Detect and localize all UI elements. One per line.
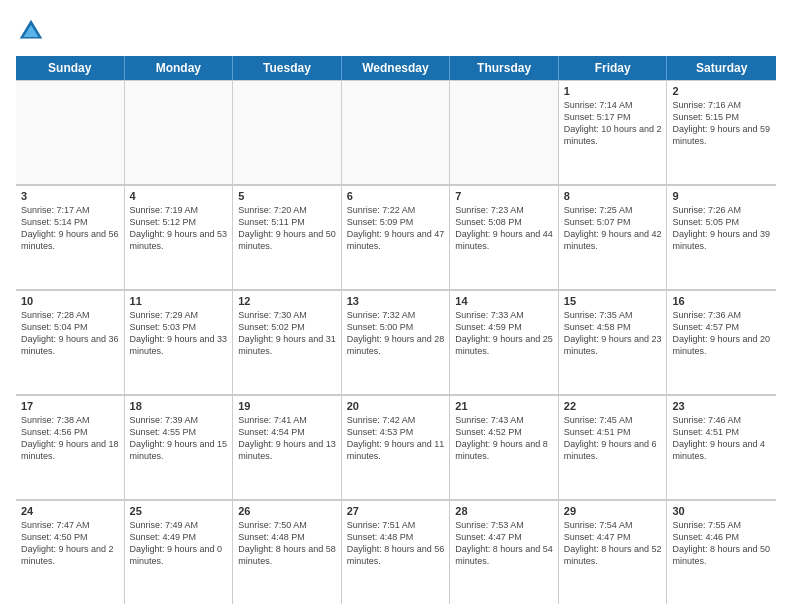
- day-info: Sunrise: 7:20 AM Sunset: 5:11 PM Dayligh…: [238, 204, 336, 253]
- day-info: Sunrise: 7:26 AM Sunset: 5:05 PM Dayligh…: [672, 204, 771, 253]
- day-info: Sunrise: 7:54 AM Sunset: 4:47 PM Dayligh…: [564, 519, 662, 568]
- day-cell-16: 16Sunrise: 7:36 AM Sunset: 4:57 PM Dayli…: [667, 291, 776, 394]
- header-day-friday: Friday: [559, 56, 668, 80]
- day-number: 3: [21, 190, 119, 202]
- day-cell-6: 6Sunrise: 7:22 AM Sunset: 5:09 PM Daylig…: [342, 186, 451, 289]
- day-info: Sunrise: 7:23 AM Sunset: 5:08 PM Dayligh…: [455, 204, 553, 253]
- day-cell-12: 12Sunrise: 7:30 AM Sunset: 5:02 PM Dayli…: [233, 291, 342, 394]
- day-info: Sunrise: 7:36 AM Sunset: 4:57 PM Dayligh…: [672, 309, 771, 358]
- calendar: SundayMondayTuesdayWednesdayThursdayFrid…: [16, 56, 776, 604]
- day-number: 9: [672, 190, 771, 202]
- day-number: 25: [130, 505, 228, 517]
- day-number: 10: [21, 295, 119, 307]
- day-info: Sunrise: 7:14 AM Sunset: 5:17 PM Dayligh…: [564, 99, 662, 148]
- empty-cell: [233, 81, 342, 184]
- day-cell-8: 8Sunrise: 7:25 AM Sunset: 5:07 PM Daylig…: [559, 186, 668, 289]
- day-cell-29: 29Sunrise: 7:54 AM Sunset: 4:47 PM Dayli…: [559, 501, 668, 604]
- day-info: Sunrise: 7:35 AM Sunset: 4:58 PM Dayligh…: [564, 309, 662, 358]
- day-number: 12: [238, 295, 336, 307]
- day-number: 6: [347, 190, 445, 202]
- day-cell-18: 18Sunrise: 7:39 AM Sunset: 4:55 PM Dayli…: [125, 396, 234, 499]
- day-cell-14: 14Sunrise: 7:33 AM Sunset: 4:59 PM Dayli…: [450, 291, 559, 394]
- day-number: 22: [564, 400, 662, 412]
- day-cell-25: 25Sunrise: 7:49 AM Sunset: 4:49 PM Dayli…: [125, 501, 234, 604]
- calendar-week-4: 17Sunrise: 7:38 AM Sunset: 4:56 PM Dayli…: [16, 395, 776, 500]
- day-info: Sunrise: 7:43 AM Sunset: 4:52 PM Dayligh…: [455, 414, 553, 463]
- day-info: Sunrise: 7:51 AM Sunset: 4:48 PM Dayligh…: [347, 519, 445, 568]
- day-info: Sunrise: 7:55 AM Sunset: 4:46 PM Dayligh…: [672, 519, 771, 568]
- day-cell-27: 27Sunrise: 7:51 AM Sunset: 4:48 PM Dayli…: [342, 501, 451, 604]
- calendar-week-1: 1Sunrise: 7:14 AM Sunset: 5:17 PM Daylig…: [16, 80, 776, 185]
- day-info: Sunrise: 7:45 AM Sunset: 4:51 PM Dayligh…: [564, 414, 662, 463]
- calendar-body: 1Sunrise: 7:14 AM Sunset: 5:17 PM Daylig…: [16, 80, 776, 604]
- day-number: 1: [564, 85, 662, 97]
- page-header: [16, 16, 776, 46]
- day-info: Sunrise: 7:29 AM Sunset: 5:03 PM Dayligh…: [130, 309, 228, 358]
- day-number: 13: [347, 295, 445, 307]
- calendar-week-3: 10Sunrise: 7:28 AM Sunset: 5:04 PM Dayli…: [16, 290, 776, 395]
- day-cell-9: 9Sunrise: 7:26 AM Sunset: 5:05 PM Daylig…: [667, 186, 776, 289]
- day-info: Sunrise: 7:50 AM Sunset: 4:48 PM Dayligh…: [238, 519, 336, 568]
- day-info: Sunrise: 7:25 AM Sunset: 5:07 PM Dayligh…: [564, 204, 662, 253]
- logo: [16, 16, 50, 46]
- day-cell-5: 5Sunrise: 7:20 AM Sunset: 5:11 PM Daylig…: [233, 186, 342, 289]
- day-number: 18: [130, 400, 228, 412]
- day-info: Sunrise: 7:38 AM Sunset: 4:56 PM Dayligh…: [21, 414, 119, 463]
- day-info: Sunrise: 7:30 AM Sunset: 5:02 PM Dayligh…: [238, 309, 336, 358]
- day-info: Sunrise: 7:39 AM Sunset: 4:55 PM Dayligh…: [130, 414, 228, 463]
- header-day-thursday: Thursday: [450, 56, 559, 80]
- day-cell-17: 17Sunrise: 7:38 AM Sunset: 4:56 PM Dayli…: [16, 396, 125, 499]
- day-number: 8: [564, 190, 662, 202]
- day-info: Sunrise: 7:32 AM Sunset: 5:00 PM Dayligh…: [347, 309, 445, 358]
- day-info: Sunrise: 7:17 AM Sunset: 5:14 PM Dayligh…: [21, 204, 119, 253]
- day-cell-19: 19Sunrise: 7:41 AM Sunset: 4:54 PM Dayli…: [233, 396, 342, 499]
- day-cell-13: 13Sunrise: 7:32 AM Sunset: 5:00 PM Dayli…: [342, 291, 451, 394]
- day-number: 23: [672, 400, 771, 412]
- calendar-week-2: 3Sunrise: 7:17 AM Sunset: 5:14 PM Daylig…: [16, 185, 776, 290]
- header-day-tuesday: Tuesday: [233, 56, 342, 80]
- day-info: Sunrise: 7:19 AM Sunset: 5:12 PM Dayligh…: [130, 204, 228, 253]
- day-cell-28: 28Sunrise: 7:53 AM Sunset: 4:47 PM Dayli…: [450, 501, 559, 604]
- header-day-sunday: Sunday: [16, 56, 125, 80]
- day-info: Sunrise: 7:16 AM Sunset: 5:15 PM Dayligh…: [672, 99, 771, 148]
- logo-icon: [16, 16, 46, 46]
- day-cell-4: 4Sunrise: 7:19 AM Sunset: 5:12 PM Daylig…: [125, 186, 234, 289]
- day-number: 21: [455, 400, 553, 412]
- day-info: Sunrise: 7:22 AM Sunset: 5:09 PM Dayligh…: [347, 204, 445, 253]
- header-day-saturday: Saturday: [667, 56, 776, 80]
- day-number: 28: [455, 505, 553, 517]
- day-cell-2: 2Sunrise: 7:16 AM Sunset: 5:15 PM Daylig…: [667, 81, 776, 184]
- day-number: 24: [21, 505, 119, 517]
- day-cell-20: 20Sunrise: 7:42 AM Sunset: 4:53 PM Dayli…: [342, 396, 451, 499]
- day-info: Sunrise: 7:47 AM Sunset: 4:50 PM Dayligh…: [21, 519, 119, 568]
- day-number: 30: [672, 505, 771, 517]
- day-number: 7: [455, 190, 553, 202]
- day-number: 14: [455, 295, 553, 307]
- day-cell-11: 11Sunrise: 7:29 AM Sunset: 5:03 PM Dayli…: [125, 291, 234, 394]
- day-cell-23: 23Sunrise: 7:46 AM Sunset: 4:51 PM Dayli…: [667, 396, 776, 499]
- day-number: 11: [130, 295, 228, 307]
- day-number: 2: [672, 85, 771, 97]
- day-number: 4: [130, 190, 228, 202]
- header-day-wednesday: Wednesday: [342, 56, 451, 80]
- day-number: 19: [238, 400, 336, 412]
- day-info: Sunrise: 7:49 AM Sunset: 4:49 PM Dayligh…: [130, 519, 228, 568]
- empty-cell: [125, 81, 234, 184]
- day-cell-24: 24Sunrise: 7:47 AM Sunset: 4:50 PM Dayli…: [16, 501, 125, 604]
- day-info: Sunrise: 7:33 AM Sunset: 4:59 PM Dayligh…: [455, 309, 553, 358]
- day-cell-15: 15Sunrise: 7:35 AM Sunset: 4:58 PM Dayli…: [559, 291, 668, 394]
- day-number: 20: [347, 400, 445, 412]
- day-info: Sunrise: 7:41 AM Sunset: 4:54 PM Dayligh…: [238, 414, 336, 463]
- day-number: 29: [564, 505, 662, 517]
- day-number: 27: [347, 505, 445, 517]
- day-number: 16: [672, 295, 771, 307]
- day-number: 5: [238, 190, 336, 202]
- empty-cell: [450, 81, 559, 184]
- day-info: Sunrise: 7:46 AM Sunset: 4:51 PM Dayligh…: [672, 414, 771, 463]
- day-cell-10: 10Sunrise: 7:28 AM Sunset: 5:04 PM Dayli…: [16, 291, 125, 394]
- day-number: 17: [21, 400, 119, 412]
- day-info: Sunrise: 7:28 AM Sunset: 5:04 PM Dayligh…: [21, 309, 119, 358]
- page-container: SundayMondayTuesdayWednesdayThursdayFrid…: [0, 0, 792, 612]
- empty-cell: [16, 81, 125, 184]
- header-day-monday: Monday: [125, 56, 234, 80]
